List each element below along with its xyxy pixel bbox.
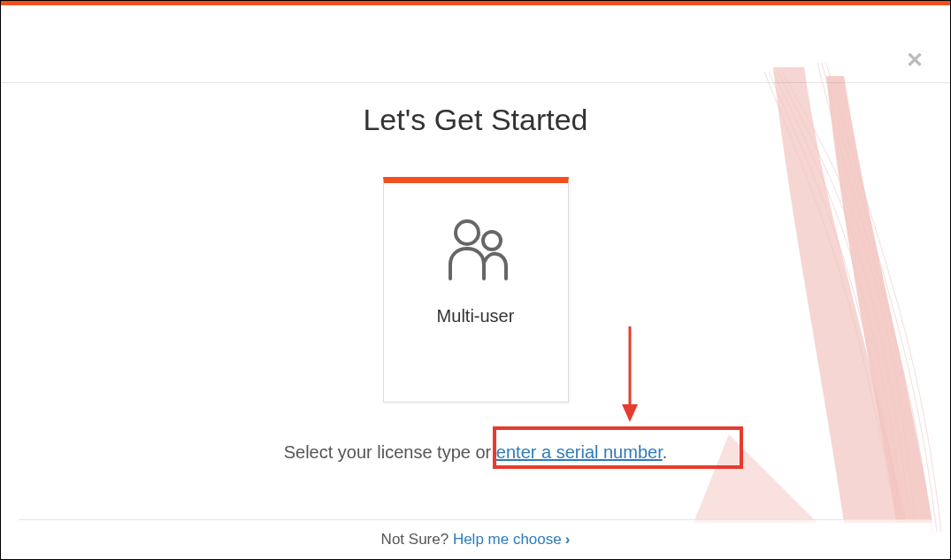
prompt-suffix: . <box>663 442 668 462</box>
svg-point-1 <box>483 232 501 249</box>
footer: Not Sure? Help me choose› <box>19 519 932 559</box>
prompt-prefix: Select your license type or <box>284 442 496 462</box>
main-content: Let's Get Started Multi-user Select your… <box>1 1 950 463</box>
help-choose-link[interactable]: Help me choose <box>453 531 562 548</box>
footer-question: Not Sure? <box>381 531 453 548</box>
card-label: Multi-user <box>384 306 568 326</box>
license-prompt: Select your license type or enter a seri… <box>1 442 950 463</box>
enter-serial-link[interactable]: enter a serial number <box>496 442 663 462</box>
multiuser-icon <box>384 217 568 287</box>
license-card-multiuser[interactable]: Multi-user <box>383 177 569 403</box>
svg-point-0 <box>456 221 479 244</box>
chevron-right-icon: › <box>565 531 571 548</box>
page-title: Let's Get Started <box>1 103 950 137</box>
top-accent-bar <box>1 1 950 5</box>
